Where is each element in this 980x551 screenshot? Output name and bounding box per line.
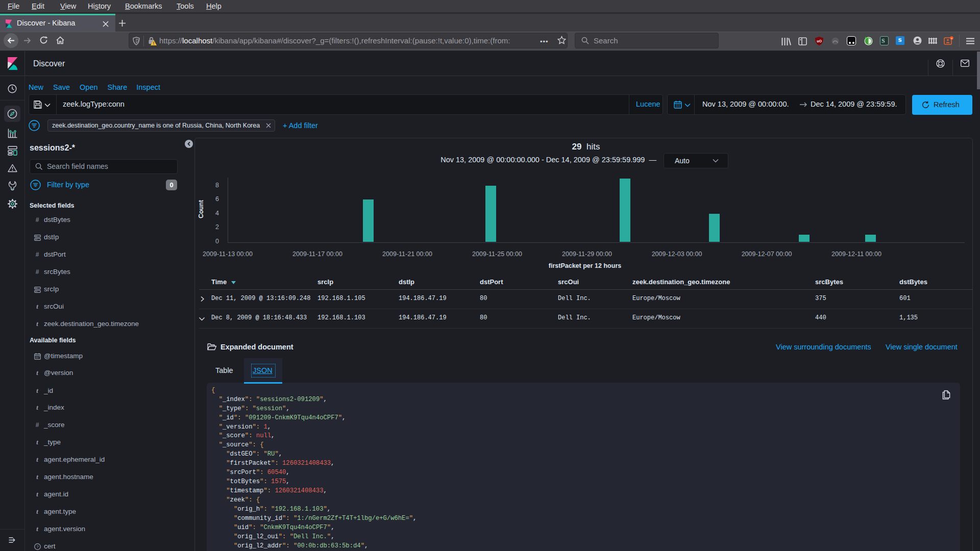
svg-text:uO: uO	[817, 39, 822, 43]
svg-text:+: +	[951, 37, 953, 40]
svg-text:?: ?	[36, 544, 39, 549]
